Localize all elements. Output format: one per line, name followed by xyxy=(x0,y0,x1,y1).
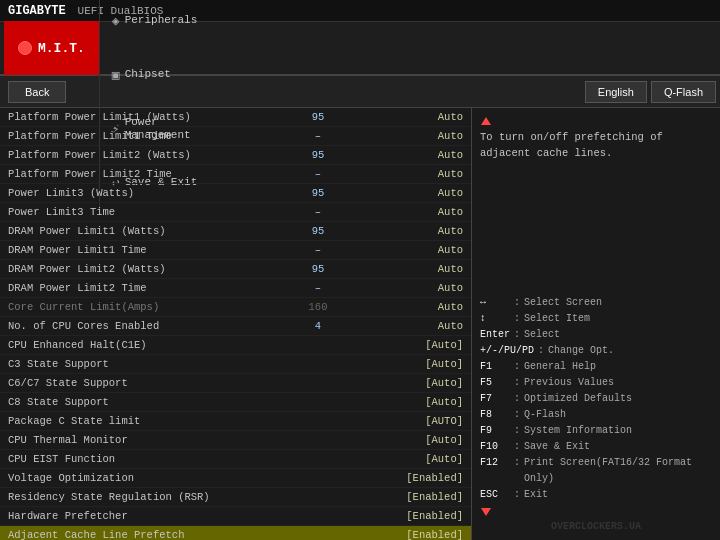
settings-row[interactable]: Adjacent Cache Line Prefetch[Enabled] xyxy=(0,526,471,540)
settings-row[interactable]: C8 State Support[Auto] xyxy=(0,393,471,412)
settings-row[interactable]: Power Limit3 (Watts)95Auto xyxy=(0,184,471,203)
left-panel: Platform Power Limit1 (Watts)95AutoPlatf… xyxy=(0,108,472,540)
key-hint-line: ↕ : Select Item xyxy=(480,311,712,327)
key-code: F8 xyxy=(480,407,510,423)
mit-dot xyxy=(18,41,32,55)
setting-name: Platform Power Limit2 Time xyxy=(8,168,273,180)
key-code: ↔ xyxy=(480,295,510,311)
settings-row[interactable]: DRAM Power Limit1 (Watts)95Auto xyxy=(0,222,471,241)
setting-value: 95 xyxy=(273,263,363,275)
setting-name: C3 State Support xyxy=(8,358,273,370)
settings-row[interactable]: C3 State Support[Auto] xyxy=(0,355,471,374)
key-desc: System Information xyxy=(524,423,632,439)
setting-option: Auto xyxy=(363,263,463,275)
setting-option: [Enabled] xyxy=(363,491,463,503)
settings-row[interactable]: Platform Power Limit1 (Watts)95Auto xyxy=(0,108,471,127)
settings-row[interactable]: DRAM Power Limit2 (Watts)95Auto xyxy=(0,260,471,279)
key-hint-line: F9 : System Information xyxy=(480,423,712,439)
key-desc: Select Screen xyxy=(524,295,602,311)
setting-name: Package C State limit xyxy=(8,415,273,427)
setting-name: C6/C7 State Support xyxy=(8,377,273,389)
setting-option: [Enabled] xyxy=(363,472,463,484)
key-sep: : xyxy=(514,391,520,407)
setting-name: Adjacent Cache Line Prefetch xyxy=(8,529,273,540)
setting-option: [Enabled] xyxy=(363,529,463,540)
setting-name: DRAM Power Limit1 (Watts) xyxy=(8,225,273,237)
key-desc: Optimized Defaults xyxy=(524,391,632,407)
key-hints: ↔ : Select Screen ↕ : Select Item Enter … xyxy=(480,295,712,503)
key-sep: : xyxy=(514,423,520,439)
key-code: F9 xyxy=(480,423,510,439)
mit-tab[interactable]: M.I.T. xyxy=(4,21,99,75)
setting-value: – xyxy=(273,206,363,218)
key-hint-line: F1 : General Help xyxy=(480,359,712,375)
language-button[interactable]: English xyxy=(585,81,647,103)
key-hint-line: F12 : Print Screen(FAT16/32 Format Only) xyxy=(480,455,712,487)
setting-name: C8 State Support xyxy=(8,396,273,408)
key-hint-line: F5 : Previous Values xyxy=(480,375,712,391)
setting-name: Core Current Limit(Amps) xyxy=(8,301,273,313)
back-button[interactable]: Back xyxy=(8,81,66,103)
key-desc: Q-Flash xyxy=(524,407,566,423)
settings-row[interactable]: Core Current Limit(Amps)160Auto xyxy=(0,298,471,317)
setting-name: CPU Enhanced Halt(C1E) xyxy=(8,339,273,351)
settings-row[interactable]: Platform Power Limit1 Time–Auto xyxy=(0,127,471,146)
settings-row[interactable]: Platform Power Limit2 Time–Auto xyxy=(0,165,471,184)
settings-row[interactable]: CPU EIST Function[Auto] xyxy=(0,450,471,469)
key-code: Enter xyxy=(480,327,510,343)
setting-option: Auto xyxy=(363,244,463,256)
key-hint-line: Enter : Select xyxy=(480,327,712,343)
setting-option: Auto xyxy=(363,187,463,199)
nav-item-chipset[interactable]: ▣ Chipset xyxy=(99,48,209,102)
key-code: F1 xyxy=(480,359,510,375)
key-desc: Exit xyxy=(524,487,548,503)
setting-name: CPU Thermal Monitor xyxy=(8,434,273,446)
key-hint-line: F8 : Q-Flash xyxy=(480,407,712,423)
setting-option: [Enabled] xyxy=(363,510,463,522)
setting-option: [Auto] xyxy=(363,396,463,408)
setting-value: 95 xyxy=(273,225,363,237)
nav-item-peripherals[interactable]: ◈ Peripherals xyxy=(99,0,209,48)
scroll-down-indicator xyxy=(480,507,492,517)
settings-row[interactable]: C6/C7 State Support[Auto] xyxy=(0,374,471,393)
settings-row[interactable]: CPU Enhanced Halt(C1E)[Auto] xyxy=(0,336,471,355)
setting-name: DRAM Power Limit2 Time xyxy=(8,282,273,294)
settings-row[interactable]: Residency State Regulation (RSR)[Enabled… xyxy=(0,488,471,507)
key-code: ↕ xyxy=(480,311,510,327)
settings-row[interactable]: Platform Power Limit2 (Watts)95Auto xyxy=(0,146,471,165)
key-sep: : xyxy=(514,327,520,343)
settings-row[interactable]: CPU Thermal Monitor[Auto] xyxy=(0,431,471,450)
settings-row[interactable]: No. of CPU Cores Enabled4Auto xyxy=(0,317,471,336)
key-sep: : xyxy=(514,455,520,487)
setting-name: Power Limit3 Time xyxy=(8,206,273,218)
qflash-button[interactable]: Q-Flash xyxy=(651,81,716,103)
setting-name: Residency State Regulation (RSR) xyxy=(8,491,273,503)
gigabyte-logo: GIGABYTE xyxy=(8,4,66,18)
setting-option: [Auto] xyxy=(363,434,463,446)
settings-row[interactable]: DRAM Power Limit2 Time–Auto xyxy=(0,279,471,298)
key-desc: Change Opt. xyxy=(548,343,614,359)
main-content: Platform Power Limit1 (Watts)95AutoPlatf… xyxy=(0,108,720,540)
key-desc: Print Screen(FAT16/32 Format Only) xyxy=(524,455,712,487)
setting-option: [Auto] xyxy=(363,339,463,351)
key-code: F5 xyxy=(480,375,510,391)
settings-row[interactable]: Hardware Prefetcher[Enabled] xyxy=(0,507,471,526)
settings-row[interactable]: Package C State limit[AUTO] xyxy=(0,412,471,431)
settings-row[interactable]: DRAM Power Limit1 Time–Auto xyxy=(0,241,471,260)
setting-option: Auto xyxy=(363,168,463,180)
key-sep: : xyxy=(514,311,520,327)
setting-option: Auto xyxy=(363,225,463,237)
key-hint-line: ↔ : Select Screen xyxy=(480,295,712,311)
settings-row[interactable]: Voltage Optimization[Enabled] xyxy=(0,469,471,488)
key-code: ESC xyxy=(480,487,510,503)
nav-bar: M.I.T. ⚙ System Information ⊞ BIOS Featu… xyxy=(0,22,720,76)
setting-option: [AUTO] xyxy=(363,415,463,427)
settings-row[interactable]: Power Limit3 Time–Auto xyxy=(0,203,471,222)
setting-option: Auto xyxy=(363,320,463,332)
setting-value: 95 xyxy=(273,187,363,199)
setting-name: DRAM Power Limit2 (Watts) xyxy=(8,263,273,275)
setting-value: – xyxy=(273,168,363,180)
key-desc: Select Item xyxy=(524,311,590,327)
key-hint-line: +/-/PU/PD : Change Opt. xyxy=(480,343,712,359)
setting-name: Voltage Optimization xyxy=(8,472,273,484)
